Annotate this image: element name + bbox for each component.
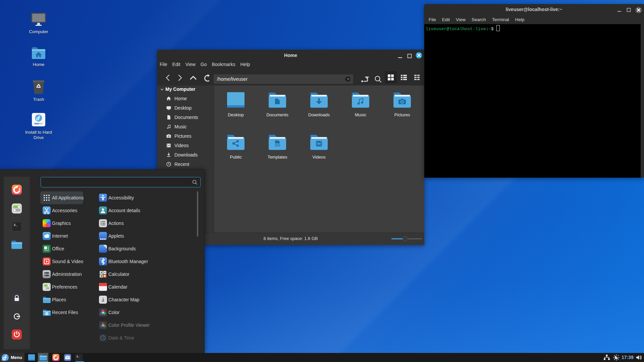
svg-text:á: á xyxy=(102,297,104,303)
svg-text:$_: $_ xyxy=(76,355,80,358)
svg-text:$_: $_ xyxy=(14,224,17,227)
